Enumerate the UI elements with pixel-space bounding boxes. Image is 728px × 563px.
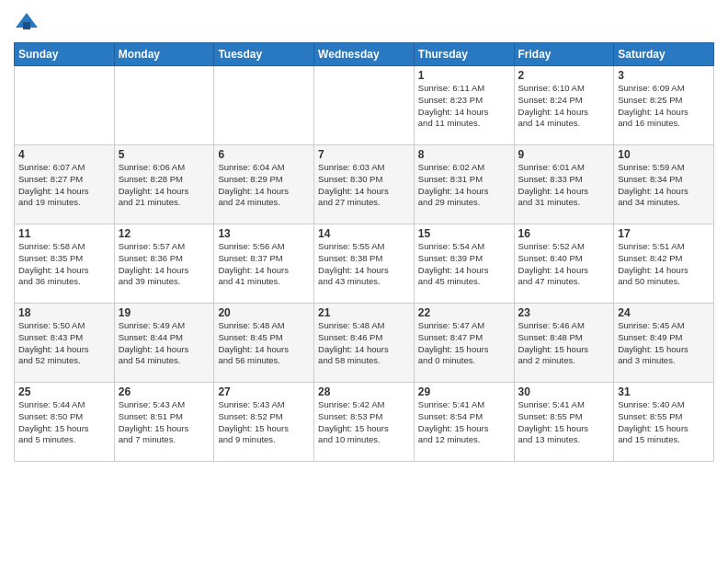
day-info: Sunrise: 5:47 AM Sunset: 8:47 PM Dayligh…: [418, 320, 510, 367]
day-cell: 28Sunrise: 5:42 AM Sunset: 8:53 PM Dayli…: [314, 383, 415, 462]
day-info: Sunrise: 6:10 AM Sunset: 8:24 PM Dayligh…: [518, 83, 610, 130]
day-info: Sunrise: 5:59 AM Sunset: 8:34 PM Dayligh…: [618, 162, 710, 209]
day-number: 30: [518, 385, 610, 398]
header-day-tuesday: Tuesday: [214, 43, 314, 66]
day-info: Sunrise: 5:43 AM Sunset: 8:51 PM Dayligh…: [119, 399, 210, 446]
day-info: Sunrise: 5:46 AM Sunset: 8:48 PM Dayligh…: [518, 320, 610, 367]
day-cell: 3Sunrise: 6:09 AM Sunset: 8:25 PM Daylig…: [614, 66, 714, 145]
day-number: 20: [218, 306, 310, 319]
day-cell: 19Sunrise: 5:49 AM Sunset: 8:44 PM Dayli…: [114, 304, 214, 383]
day-cell: 15Sunrise: 5:54 AM Sunset: 8:39 PM Dayli…: [414, 224, 514, 304]
day-number: 28: [318, 385, 410, 398]
day-number: 5: [119, 148, 210, 161]
day-cell: 21Sunrise: 5:48 AM Sunset: 8:46 PM Dayli…: [314, 304, 415, 383]
day-info: Sunrise: 5:44 AM Sunset: 8:50 PM Dayligh…: [18, 399, 110, 446]
day-number: 10: [618, 148, 710, 161]
day-cell: 5Sunrise: 6:06 AM Sunset: 8:28 PM Daylig…: [114, 145, 214, 224]
day-number: 12: [119, 227, 210, 240]
day-cell: 20Sunrise: 5:48 AM Sunset: 8:45 PM Dayli…: [214, 304, 314, 383]
day-cell: 30Sunrise: 5:41 AM Sunset: 8:55 PM Dayli…: [514, 383, 614, 462]
day-info: Sunrise: 5:54 AM Sunset: 8:39 PM Dayligh…: [418, 241, 510, 288]
header-day-sunday: Sunday: [15, 43, 115, 66]
day-info: Sunrise: 5:48 AM Sunset: 8:46 PM Dayligh…: [318, 320, 410, 367]
day-info: Sunrise: 6:11 AM Sunset: 8:23 PM Dayligh…: [418, 83, 510, 130]
day-info: Sunrise: 5:48 AM Sunset: 8:45 PM Dayligh…: [218, 320, 310, 367]
day-info: Sunrise: 5:40 AM Sunset: 8:55 PM Dayligh…: [618, 399, 710, 446]
day-number: 29: [418, 385, 510, 398]
day-number: 15: [418, 227, 510, 240]
day-number: 1: [418, 69, 510, 82]
day-info: Sunrise: 5:51 AM Sunset: 8:42 PM Dayligh…: [618, 241, 710, 288]
day-number: 24: [618, 306, 710, 319]
day-cell: 12Sunrise: 5:57 AM Sunset: 8:36 PM Dayli…: [114, 224, 214, 304]
day-info: Sunrise: 6:03 AM Sunset: 8:30 PM Dayligh…: [318, 162, 410, 209]
week-row-2: 4Sunrise: 6:07 AM Sunset: 8:27 PM Daylig…: [15, 145, 714, 224]
day-info: Sunrise: 6:07 AM Sunset: 8:27 PM Dayligh…: [18, 162, 110, 209]
week-row-3: 11Sunrise: 5:58 AM Sunset: 8:35 PM Dayli…: [15, 224, 714, 304]
day-cell: 2Sunrise: 6:10 AM Sunset: 8:24 PM Daylig…: [514, 66, 614, 145]
header-day-saturday: Saturday: [614, 43, 714, 66]
day-info: Sunrise: 5:56 AM Sunset: 8:37 PM Dayligh…: [218, 241, 310, 288]
day-cell: 22Sunrise: 5:47 AM Sunset: 8:47 PM Dayli…: [414, 304, 514, 383]
week-row-4: 18Sunrise: 5:50 AM Sunset: 8:43 PM Dayli…: [15, 304, 714, 383]
day-cell: 24Sunrise: 5:45 AM Sunset: 8:49 PM Dayli…: [614, 304, 714, 383]
day-number: 22: [418, 306, 510, 319]
logo: [14, 9, 41, 35]
day-cell: 23Sunrise: 5:46 AM Sunset: 8:48 PM Dayli…: [514, 304, 614, 383]
day-info: Sunrise: 5:49 AM Sunset: 8:44 PM Dayligh…: [119, 320, 210, 367]
day-cell: [214, 66, 314, 145]
day-info: Sunrise: 6:06 AM Sunset: 8:28 PM Dayligh…: [119, 162, 210, 209]
day-number: 2: [518, 69, 610, 82]
day-cell: 31Sunrise: 5:40 AM Sunset: 8:55 PM Dayli…: [614, 383, 714, 462]
svg-rect-1: [23, 22, 30, 29]
day-cell: 26Sunrise: 5:43 AM Sunset: 8:51 PM Dayli…: [114, 383, 214, 462]
day-number: 16: [518, 227, 610, 240]
header-day-monday: Monday: [114, 43, 214, 66]
day-number: 23: [518, 306, 610, 319]
day-info: Sunrise: 5:42 AM Sunset: 8:53 PM Dayligh…: [318, 399, 410, 446]
day-info: Sunrise: 5:52 AM Sunset: 8:40 PM Dayligh…: [518, 241, 610, 288]
day-cell: 17Sunrise: 5:51 AM Sunset: 8:42 PM Dayli…: [614, 224, 714, 304]
day-number: 21: [318, 306, 410, 319]
header-day-thursday: Thursday: [414, 43, 514, 66]
day-info: Sunrise: 5:41 AM Sunset: 8:55 PM Dayligh…: [518, 399, 610, 446]
day-number: 7: [318, 148, 410, 161]
day-info: Sunrise: 5:43 AM Sunset: 8:52 PM Dayligh…: [218, 399, 310, 446]
day-info: Sunrise: 6:02 AM Sunset: 8:31 PM Dayligh…: [418, 162, 510, 209]
day-number: 13: [218, 227, 310, 240]
day-cell: [314, 66, 415, 145]
day-number: 25: [18, 385, 110, 398]
day-cell: 11Sunrise: 5:58 AM Sunset: 8:35 PM Dayli…: [15, 224, 115, 304]
week-row-1: 1Sunrise: 6:11 AM Sunset: 8:23 PM Daylig…: [15, 66, 714, 145]
day-info: Sunrise: 6:09 AM Sunset: 8:25 PM Dayligh…: [618, 83, 710, 130]
day-info: Sunrise: 5:58 AM Sunset: 8:35 PM Dayligh…: [18, 241, 110, 288]
day-cell: 14Sunrise: 5:55 AM Sunset: 8:38 PM Dayli…: [314, 224, 415, 304]
calendar-table: SundayMondayTuesdayWednesdayThursdayFrid…: [14, 42, 714, 462]
day-number: 9: [518, 148, 610, 161]
day-cell: 9Sunrise: 6:01 AM Sunset: 8:33 PM Daylig…: [514, 145, 614, 224]
day-number: 8: [418, 148, 510, 161]
day-number: 6: [218, 148, 310, 161]
day-cell: [15, 66, 115, 145]
header-day-friday: Friday: [514, 43, 614, 66]
day-number: 19: [119, 306, 210, 319]
day-info: Sunrise: 5:57 AM Sunset: 8:36 PM Dayligh…: [119, 241, 210, 288]
header-day-wednesday: Wednesday: [314, 43, 415, 66]
day-info: Sunrise: 5:55 AM Sunset: 8:38 PM Dayligh…: [318, 241, 410, 288]
day-number: 18: [18, 306, 110, 319]
logo-icon: [14, 9, 40, 35]
day-number: 27: [218, 385, 310, 398]
day-cell: 25Sunrise: 5:44 AM Sunset: 8:50 PM Dayli…: [15, 383, 115, 462]
day-cell: 27Sunrise: 5:43 AM Sunset: 8:52 PM Dayli…: [214, 383, 314, 462]
page: SundayMondayTuesdayWednesdayThursdayFrid…: [0, 0, 728, 563]
day-cell: 1Sunrise: 6:11 AM Sunset: 8:23 PM Daylig…: [414, 66, 514, 145]
day-number: 17: [618, 227, 710, 240]
header: [14, 9, 714, 35]
day-cell: 7Sunrise: 6:03 AM Sunset: 8:30 PM Daylig…: [314, 145, 415, 224]
day-info: Sunrise: 5:50 AM Sunset: 8:43 PM Dayligh…: [18, 320, 110, 367]
day-number: 3: [618, 69, 710, 82]
day-cell: 29Sunrise: 5:41 AM Sunset: 8:54 PM Dayli…: [414, 383, 514, 462]
day-cell: 4Sunrise: 6:07 AM Sunset: 8:27 PM Daylig…: [15, 145, 115, 224]
day-number: 31: [618, 385, 710, 398]
day-cell: 13Sunrise: 5:56 AM Sunset: 8:37 PM Dayli…: [214, 224, 314, 304]
